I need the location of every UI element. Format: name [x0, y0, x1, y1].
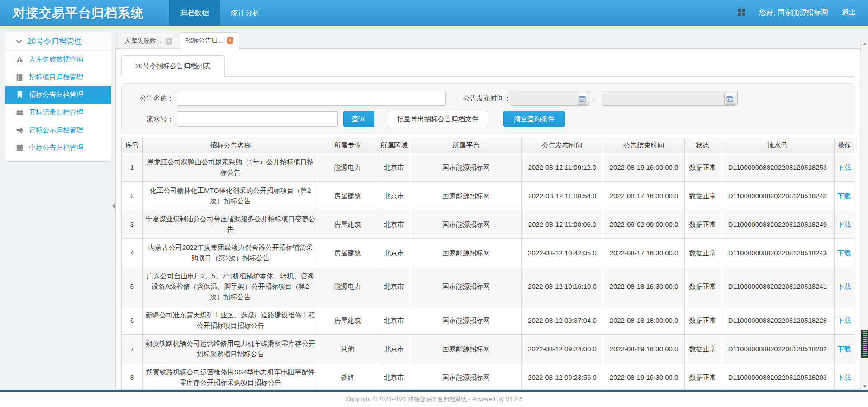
sidebar-item-winning-notice-archive[interactable]: 中标公告归档管理 [5, 139, 111, 157]
column-header[interactable]: 公告结束时间 [603, 138, 685, 153]
publish-date-start-input[interactable] [510, 91, 590, 106]
cell-region: 北京市 [377, 363, 411, 390]
column-header[interactable]: 序号 [122, 138, 143, 153]
list-tab-title[interactable]: 20号令招标公告归档列表 [121, 55, 225, 77]
batch-export-button[interactable]: 批量导出招标公告归档文件 [388, 111, 488, 127]
cell-region: 北京市 [377, 267, 411, 306]
cell-no: 3 [122, 210, 143, 239]
cell-operation: 下载 [835, 363, 854, 390]
cell-platform: 国家能源招标网 [411, 306, 522, 335]
column-header[interactable]: 所属区域 [377, 138, 411, 153]
cell-end: 2022-09-02 09:00:00.0 [603, 210, 685, 239]
calendar-icon[interactable] [724, 93, 735, 105]
table-row[interactable]: 8朔黄铁路机辆公司运营维修用SS4型电力机车电阻等配件零库存公开招标采购项目招标… [122, 363, 854, 390]
grid-header-row: 序号招标公告名称所属专业所属区域所属平台公告发布时间公告结束时间状态流水号操作 [122, 138, 854, 153]
download-link[interactable]: 下载 [838, 163, 851, 171]
table-row[interactable]: 3宁夏煤业煤制油分公司带压堵漏服务公开招标项目变更公告房屋建筑北京市国家能源招标… [122, 210, 854, 239]
publish-date-end-input[interactable] [602, 91, 738, 106]
clear-conditions-button[interactable]: 清空查询条件 [503, 111, 565, 127]
sidebar-item-label: 招标公告归档管理 [29, 91, 83, 99]
download-link[interactable]: 下载 [838, 220, 851, 228]
cell-operation: 下载 [835, 335, 854, 363]
cell-region: 北京市 [377, 335, 411, 363]
tab-label: 入库失败数... [124, 37, 161, 45]
cell-status: 数据正常 [685, 306, 721, 335]
cell-publish: 2022-08-12 11:00:54.0 [522, 182, 603, 210]
sidebar-item-tender-notice-archive[interactable]: 招标公告归档管理 [5, 86, 111, 104]
tab-close-icon[interactable]: × [166, 38, 172, 45]
cell-major: 其他 [318, 335, 377, 363]
download-link[interactable]: 下载 [838, 345, 851, 353]
cell-publish: 2022-08-12 10:16:10.0 [522, 267, 603, 306]
app-title: 对接交易平台归档系统 [13, 0, 144, 26]
top-bar: 对接交易平台归档系统 归档数据统计分析 您好, 国家能源招标网 退出 [0, 0, 868, 26]
cell-operation: 下载 [835, 153, 854, 182]
tab-storage-fail[interactable]: 入库失败数...× [119, 34, 178, 48]
scrollbar-thumb[interactable] [861, 330, 868, 358]
sidebar-item-bid-evaluation-archive[interactable]: 评标公示归档管理 [5, 121, 111, 139]
cell-operation: 下载 [835, 210, 854, 239]
download-link[interactable]: 下载 [838, 316, 851, 324]
top-right: 您好, 国家能源招标网 退出 [738, 0, 856, 26]
tab-tender-notice[interactable]: 招标公告归...× [180, 32, 240, 49]
serial-label: 流水号： [122, 115, 174, 124]
query-button[interactable]: 查询 [343, 111, 374, 127]
table-row[interactable]: 7朔黄铁路机辆公司运营维修用电力机车碳滑板零库存公开招标采购项目招标公告其他北京… [122, 335, 854, 363]
vertical-scrollbar[interactable] [860, 40, 868, 390]
tab-close-icon[interactable]: × [227, 37, 233, 44]
column-header[interactable]: 招标公告名称 [143, 138, 318, 153]
column-header[interactable]: 所属平台 [411, 138, 522, 153]
column-header[interactable]: 状态 [685, 138, 721, 153]
search-row-1: 公告名称： 公告发布时间： - [122, 90, 854, 106]
cell-status: 数据正常 [685, 239, 721, 267]
calendar-icon[interactable] [577, 93, 588, 105]
table-row[interactable]: 5广东公司台山电厂2、5、7号机组锅炉本体、转机、管阀设备A级检修（含保温、脚手… [122, 267, 854, 306]
cell-status: 数据正常 [685, 267, 721, 306]
apps-grid-icon[interactable] [738, 9, 745, 17]
cell-major: 房屋建筑 [318, 306, 377, 335]
column-header[interactable]: 操作 [835, 138, 854, 153]
cell-serial: D1100000088202208120518249 [721, 210, 835, 239]
cell-serial: D1100000088202208120518253 [721, 153, 835, 182]
cell-name: 朔黄铁路机辆公司运营维修用电力机车碳滑板零库存公开招标采购项目招标公告 [143, 335, 318, 363]
download-link[interactable]: 下载 [838, 249, 851, 257]
cell-no: 8 [122, 363, 143, 390]
cell-name: 朔黄铁路机辆公司运营维修用SS4型电力机车电阻等配件零库存公开招标采购项目招标公… [143, 363, 318, 390]
cell-publish: 2022-08-12 09:24:00.0 [522, 335, 603, 363]
sidebar-item-label: 开标记录归档管理 [29, 108, 83, 117]
cell-major: 铁路 [318, 363, 377, 390]
cell-region: 北京市 [377, 306, 411, 335]
bookmark-icon [16, 91, 24, 99]
cell-end: 2022-08-19 16:00:00.0 [603, 153, 685, 182]
download-link[interactable]: 下载 [838, 373, 851, 381]
sidebar-group-header[interactable]: 20号令归档管理 [5, 32, 111, 51]
column-header[interactable]: 所属专业 [318, 138, 377, 153]
serial-input[interactable] [177, 111, 338, 127]
scroll-down-arrow[interactable] [861, 382, 868, 390]
scroll-up-arrow[interactable] [861, 40, 868, 48]
table-row[interactable]: 6新疆公司准东露天煤矿工业区、选煤厂道路建设维修工程公开招标项目招标公告房屋建筑… [122, 306, 854, 335]
sidebar-item-tender-project-archive[interactable]: 招标项目归档管理 [5, 68, 111, 86]
cell-name: 化工公司榆林化工MTO催化剂采购公开招标项目（第2次）招标公告 [143, 182, 318, 210]
sidebar-item-storage-fail-query[interactable]: 入库失败数据查询 [5, 51, 111, 68]
table-row[interactable]: 4内蒙古公司2022年度集团级液力偶合器公开招标铺货采购项目（第2次）招标公告房… [122, 239, 854, 267]
logout-button[interactable]: 退出 [842, 8, 856, 18]
column-header[interactable]: 流水号 [721, 138, 835, 153]
cell-name: 新疆公司准东露天煤矿工业区、选煤厂道路建设维修工程公开招标项目招标公告 [143, 306, 318, 335]
cell-no: 6 [122, 306, 143, 335]
cell-region: 北京市 [377, 153, 411, 182]
sidebar-item-label: 招标项目归档管理 [29, 73, 83, 81]
cell-no: 1 [122, 153, 143, 182]
download-link[interactable]: 下载 [838, 283, 851, 290]
sidebar-item-bid-opening-archive[interactable]: 开标记录归档管理 [5, 104, 111, 121]
sidebar-collapse-handle[interactable] [112, 203, 115, 209]
nav-item-statistics[interactable]: 统计分析 [220, 0, 270, 26]
nav-item-archive-data[interactable]: 归档数据 [169, 0, 220, 26]
notice-name-input[interactable] [177, 91, 446, 106]
table-row[interactable]: 2化工公司榆林化工MTO催化剂采购公开招标项目（第2次）招标公告房屋建筑北京市国… [122, 182, 854, 210]
download-link[interactable]: 下载 [838, 192, 851, 200]
sidebar-items: 入库失败数据查询招标项目归档管理招标公告归档管理开标记录归档管理评标公示归档管理… [5, 51, 111, 157]
column-header[interactable]: 公告发布时间 [522, 138, 603, 153]
table-row[interactable]: 1黑龙江公司双鸭山公司尿素采购（1年）公开招标项目招标公告能源电力北京市国家能源… [122, 153, 854, 182]
cell-serial: D1100000088202208120518228 [721, 306, 835, 335]
